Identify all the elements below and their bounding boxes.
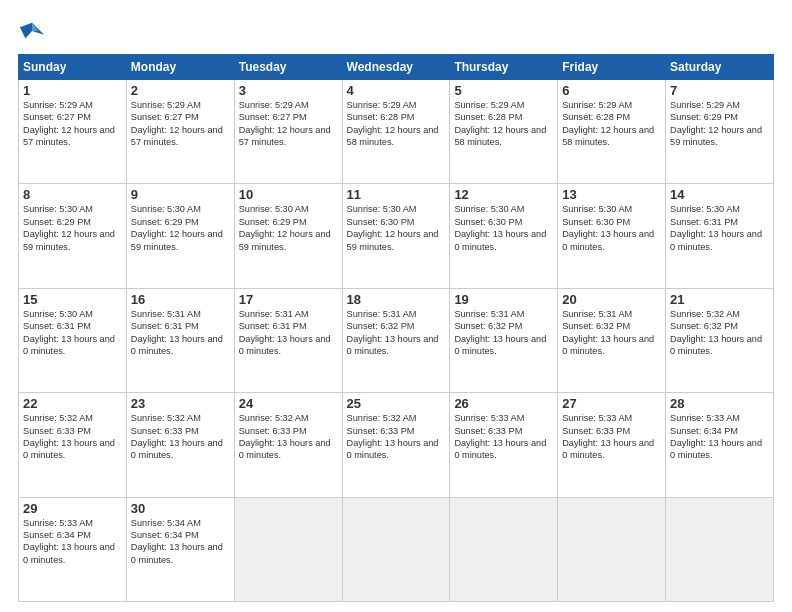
calendar-cell: 12 Sunrise: 5:30 AMSunset: 6:30 PMDaylig… xyxy=(450,184,558,288)
calendar-cell: 14 Sunrise: 5:30 AMSunset: 6:31 PMDaylig… xyxy=(666,184,774,288)
day-number: 8 xyxy=(23,187,122,202)
day-info: Sunrise: 5:29 AMSunset: 6:29 PMDaylight:… xyxy=(670,99,769,149)
day-info: Sunrise: 5:34 AMSunset: 6:34 PMDaylight:… xyxy=(131,517,230,567)
day-info: Sunrise: 5:32 AMSunset: 6:33 PMDaylight:… xyxy=(239,412,338,462)
day-number: 22 xyxy=(23,396,122,411)
day-number: 15 xyxy=(23,292,122,307)
day-number: 7 xyxy=(670,83,769,98)
day-info: Sunrise: 5:33 AMSunset: 6:33 PMDaylight:… xyxy=(562,412,661,462)
day-header-saturday: Saturday xyxy=(666,55,774,80)
calendar-cell xyxy=(450,497,558,601)
day-number: 19 xyxy=(454,292,553,307)
day-info: Sunrise: 5:32 AMSunset: 6:33 PMDaylight:… xyxy=(131,412,230,462)
calendar-table: SundayMondayTuesdayWednesdayThursdayFrid… xyxy=(18,54,774,602)
day-info: Sunrise: 5:30 AMSunset: 6:31 PMDaylight:… xyxy=(23,308,122,358)
calendar-cell: 9 Sunrise: 5:30 AMSunset: 6:29 PMDayligh… xyxy=(126,184,234,288)
calendar-cell: 10 Sunrise: 5:30 AMSunset: 6:29 PMDaylig… xyxy=(234,184,342,288)
day-header-monday: Monday xyxy=(126,55,234,80)
day-number: 10 xyxy=(239,187,338,202)
calendar-cell: 30 Sunrise: 5:34 AMSunset: 6:34 PMDaylig… xyxy=(126,497,234,601)
day-info: Sunrise: 5:30 AMSunset: 6:29 PMDaylight:… xyxy=(23,203,122,253)
day-number: 16 xyxy=(131,292,230,307)
calendar-cell: 11 Sunrise: 5:30 AMSunset: 6:30 PMDaylig… xyxy=(342,184,450,288)
calendar-cell xyxy=(666,497,774,601)
day-info: Sunrise: 5:30 AMSunset: 6:30 PMDaylight:… xyxy=(562,203,661,253)
day-number: 14 xyxy=(670,187,769,202)
calendar-cell: 19 Sunrise: 5:31 AMSunset: 6:32 PMDaylig… xyxy=(450,288,558,392)
day-number: 17 xyxy=(239,292,338,307)
calendar-cell xyxy=(342,497,450,601)
day-number: 1 xyxy=(23,83,122,98)
day-info: Sunrise: 5:30 AMSunset: 6:30 PMDaylight:… xyxy=(454,203,553,253)
day-number: 28 xyxy=(670,396,769,411)
day-info: Sunrise: 5:33 AMSunset: 6:33 PMDaylight:… xyxy=(454,412,553,462)
day-number: 30 xyxy=(131,501,230,516)
calendar-cell: 15 Sunrise: 5:30 AMSunset: 6:31 PMDaylig… xyxy=(19,288,127,392)
day-number: 9 xyxy=(131,187,230,202)
header xyxy=(18,18,774,46)
day-number: 18 xyxy=(347,292,446,307)
calendar-week-4: 29 Sunrise: 5:33 AMSunset: 6:34 PMDaylig… xyxy=(19,497,774,601)
day-number: 23 xyxy=(131,396,230,411)
day-number: 27 xyxy=(562,396,661,411)
day-info: Sunrise: 5:33 AMSunset: 6:34 PMDaylight:… xyxy=(670,412,769,462)
calendar-cell: 28 Sunrise: 5:33 AMSunset: 6:34 PMDaylig… xyxy=(666,393,774,497)
calendar-cell: 23 Sunrise: 5:32 AMSunset: 6:33 PMDaylig… xyxy=(126,393,234,497)
day-info: Sunrise: 5:31 AMSunset: 6:31 PMDaylight:… xyxy=(239,308,338,358)
day-number: 11 xyxy=(347,187,446,202)
calendar-cell: 25 Sunrise: 5:32 AMSunset: 6:33 PMDaylig… xyxy=(342,393,450,497)
day-number: 2 xyxy=(131,83,230,98)
logo-icon xyxy=(18,18,46,46)
calendar-cell xyxy=(558,497,666,601)
calendar-cell: 24 Sunrise: 5:32 AMSunset: 6:33 PMDaylig… xyxy=(234,393,342,497)
calendar-cell: 8 Sunrise: 5:30 AMSunset: 6:29 PMDayligh… xyxy=(19,184,127,288)
day-header-tuesday: Tuesday xyxy=(234,55,342,80)
day-info: Sunrise: 5:32 AMSunset: 6:33 PMDaylight:… xyxy=(347,412,446,462)
day-number: 25 xyxy=(347,396,446,411)
day-info: Sunrise: 5:29 AMSunset: 6:27 PMDaylight:… xyxy=(131,99,230,149)
calendar-week-3: 22 Sunrise: 5:32 AMSunset: 6:33 PMDaylig… xyxy=(19,393,774,497)
day-number: 13 xyxy=(562,187,661,202)
calendar-cell: 3 Sunrise: 5:29 AMSunset: 6:27 PMDayligh… xyxy=(234,80,342,184)
day-info: Sunrise: 5:32 AMSunset: 6:33 PMDaylight:… xyxy=(23,412,122,462)
day-info: Sunrise: 5:30 AMSunset: 6:31 PMDaylight:… xyxy=(670,203,769,253)
day-number: 5 xyxy=(454,83,553,98)
page: SundayMondayTuesdayWednesdayThursdayFrid… xyxy=(0,0,792,612)
day-info: Sunrise: 5:29 AMSunset: 6:27 PMDaylight:… xyxy=(239,99,338,149)
calendar-cell: 16 Sunrise: 5:31 AMSunset: 6:31 PMDaylig… xyxy=(126,288,234,392)
day-number: 4 xyxy=(347,83,446,98)
day-info: Sunrise: 5:30 AMSunset: 6:29 PMDaylight:… xyxy=(239,203,338,253)
day-number: 20 xyxy=(562,292,661,307)
calendar-cell: 2 Sunrise: 5:29 AMSunset: 6:27 PMDayligh… xyxy=(126,80,234,184)
day-header-sunday: Sunday xyxy=(19,55,127,80)
calendar-cell: 18 Sunrise: 5:31 AMSunset: 6:32 PMDaylig… xyxy=(342,288,450,392)
day-info: Sunrise: 5:30 AMSunset: 6:30 PMDaylight:… xyxy=(347,203,446,253)
calendar-cell xyxy=(234,497,342,601)
calendar-cell: 7 Sunrise: 5:29 AMSunset: 6:29 PMDayligh… xyxy=(666,80,774,184)
calendar-cell: 13 Sunrise: 5:30 AMSunset: 6:30 PMDaylig… xyxy=(558,184,666,288)
day-info: Sunrise: 5:30 AMSunset: 6:29 PMDaylight:… xyxy=(131,203,230,253)
day-info: Sunrise: 5:29 AMSunset: 6:28 PMDaylight:… xyxy=(562,99,661,149)
calendar-cell: 5 Sunrise: 5:29 AMSunset: 6:28 PMDayligh… xyxy=(450,80,558,184)
calendar-cell: 17 Sunrise: 5:31 AMSunset: 6:31 PMDaylig… xyxy=(234,288,342,392)
day-number: 26 xyxy=(454,396,553,411)
day-header-friday: Friday xyxy=(558,55,666,80)
calendar-week-0: 1 Sunrise: 5:29 AMSunset: 6:27 PMDayligh… xyxy=(19,80,774,184)
day-header-thursday: Thursday xyxy=(450,55,558,80)
day-number: 3 xyxy=(239,83,338,98)
day-info: Sunrise: 5:29 AMSunset: 6:27 PMDaylight:… xyxy=(23,99,122,149)
calendar-week-2: 15 Sunrise: 5:30 AMSunset: 6:31 PMDaylig… xyxy=(19,288,774,392)
calendar-cell: 20 Sunrise: 5:31 AMSunset: 6:32 PMDaylig… xyxy=(558,288,666,392)
calendar-cell: 1 Sunrise: 5:29 AMSunset: 6:27 PMDayligh… xyxy=(19,80,127,184)
day-info: Sunrise: 5:29 AMSunset: 6:28 PMDaylight:… xyxy=(454,99,553,149)
day-number: 12 xyxy=(454,187,553,202)
day-info: Sunrise: 5:33 AMSunset: 6:34 PMDaylight:… xyxy=(23,517,122,567)
calendar-week-1: 8 Sunrise: 5:30 AMSunset: 6:29 PMDayligh… xyxy=(19,184,774,288)
calendar-cell: 4 Sunrise: 5:29 AMSunset: 6:28 PMDayligh… xyxy=(342,80,450,184)
logo xyxy=(18,18,50,46)
calendar-cell: 21 Sunrise: 5:32 AMSunset: 6:32 PMDaylig… xyxy=(666,288,774,392)
calendar-cell: 26 Sunrise: 5:33 AMSunset: 6:33 PMDaylig… xyxy=(450,393,558,497)
day-number: 6 xyxy=(562,83,661,98)
calendar-header-row: SundayMondayTuesdayWednesdayThursdayFrid… xyxy=(19,55,774,80)
calendar-cell: 29 Sunrise: 5:33 AMSunset: 6:34 PMDaylig… xyxy=(19,497,127,601)
